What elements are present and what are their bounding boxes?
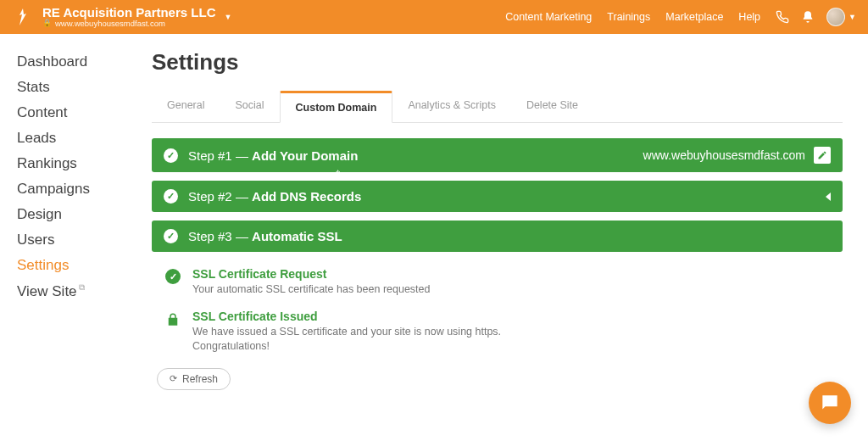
step-2-label: Step #2 — Add DNS Records [188,189,361,204]
user-menu[interactable]: ▼ [826,8,856,26]
page-title: Settings [152,49,843,75]
lock-icon: 🔒 [42,20,52,28]
bell-icon[interactable] [801,10,815,24]
nav-trainings[interactable]: Trainings [607,11,650,23]
tab-custom-domain[interactable]: Custom Domain [280,91,393,123]
refresh-button[interactable]: ⟳ Refresh [157,368,231,390]
sidebar-item-content[interactable]: Content [17,100,140,126]
step-1-domain-value: www.webuyhousesmdfast.com [643,148,805,162]
check-icon: ✓ [164,148,178,163]
tabs: General Social Custom Domain Analytics &… [152,91,843,123]
ssl-request-block: ✓ SSL Certificate Request Your automatic… [152,260,843,303]
avatar [826,8,845,26]
check-icon: ✓ [164,229,178,243]
chevron-down-icon: ▼ [849,13,856,21]
sidebar-item-stats[interactable]: Stats [17,75,140,100]
tab-social[interactable]: Social [220,91,279,122]
check-icon: ✓ [164,189,178,204]
chat-launcher[interactable] [809,382,851,424]
phone-icon[interactable] [776,10,789,24]
lock-icon [165,311,181,354]
external-link-icon: ⧉ [79,282,85,292]
sidebar-item-settings[interactable]: Settings [17,253,140,278]
step-1-bar[interactable]: ✓ Step #1 — Add Your Domain www.webuyhou… [152,138,843,172]
sidebar-item-campaigns[interactable]: Campaigns [17,176,140,202]
step-2-bar[interactable]: ✓ Step #2 — Add DNS Records [152,181,843,212]
org-domain: 🔒 www.webuyhousesmdfast.com [42,20,215,28]
step-1-label: Step #1 — Add Your Domain [188,148,358,163]
ssl-issued-sub: We have issued a SSL certificate and you… [192,325,548,354]
topnav: Content Marketing Trainings Marketplace … [505,11,760,23]
tab-analytics-scripts[interactable]: Analytics & Scripts [392,91,511,122]
sidebar-item-leads[interactable]: Leads [17,126,140,151]
sidebar-item-users[interactable]: Users [17,227,140,253]
collapse-left-icon [826,193,831,201]
sidebar: Dashboard Stats Content Leads Rankings C… [0,34,140,390]
check-circle-icon: ✓ [165,269,181,284]
edit-icon[interactable] [814,147,831,164]
step-3-bar[interactable]: ✓ Step #3 — Automatic SSL [152,220,843,252]
org-name: RE Acquisition Partners LLC [42,6,215,20]
main-content: Settings General Social Custom Domain An… [140,34,868,390]
nav-help[interactable]: Help [738,11,760,23]
ssl-issued-block: SSL Certificate Issued We have issued a … [152,303,843,360]
nav-marketplace[interactable]: Marketplace [665,11,723,23]
ssl-issued-heading: SSL Certificate Issued [192,310,548,323]
refresh-icon: ⟳ [170,373,177,384]
sidebar-item-rankings[interactable]: Rankings [17,151,140,176]
step-3-label: Step #3 — Automatic SSL [188,229,342,243]
sidebar-item-view-site[interactable]: View Site⧉ [17,278,140,304]
tab-general[interactable]: General [152,91,220,122]
brand-logo-icon [12,7,34,27]
org-caret-icon[interactable]: ▼ [224,13,231,21]
ssl-request-sub: Your automatic SSL certificate has been … [192,282,431,298]
org-switcher[interactable]: RE Acquisition Partners LLC 🔒 www.webuyh… [42,6,215,29]
ssl-request-heading: SSL Certificate Request [192,267,431,281]
sidebar-item-dashboard[interactable]: Dashboard [17,49,140,75]
sidebar-item-design[interactable]: Design [17,202,140,227]
tab-delete-site[interactable]: Delete Site [511,91,593,122]
nav-content-marketing[interactable]: Content Marketing [505,11,592,23]
topbar: RE Acquisition Partners LLC 🔒 www.webuyh… [0,0,868,34]
